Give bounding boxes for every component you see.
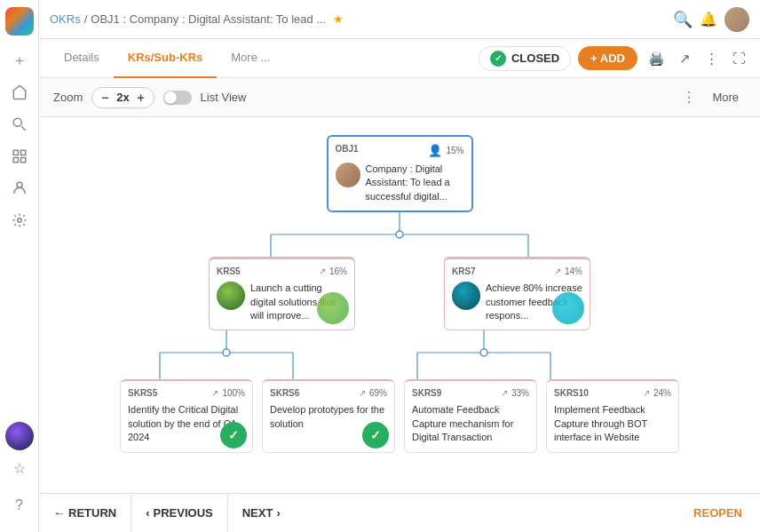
- sidebar-user-avatar[interactable]: [5, 422, 34, 450]
- svg-point-16: [223, 349, 230, 356]
- svg-rect-3: [13, 158, 18, 163]
- card-pct-skrs10: 24%: [653, 388, 671, 398]
- svg-point-0: [13, 118, 21, 126]
- toggle-thumb: [164, 91, 177, 104]
- card-trend-skrs10: ↗: [643, 388, 650, 398]
- card-text-skrs10: Implement Feedback Capture through BOT i…: [554, 404, 647, 442]
- toolbar-more-dots[interactable]: ⋮: [682, 89, 696, 106]
- card-trend-skrs9: ↗: [501, 388, 508, 398]
- tree-level1-row: KRS5 ↗ 16% Launch a cutting digital solu…: [209, 257, 590, 330]
- card-id-krs7: KRS7: [452, 266, 476, 276]
- card-id-obj1: OBJ1: [336, 144, 359, 154]
- search-icon[interactable]: 🔍: [673, 10, 693, 29]
- okr-card-skrs9[interactable]: SKRS9 ↗ 33% Automate Feedback Capture me…: [404, 379, 537, 452]
- connector-svg-2: [133, 330, 666, 379]
- svg-point-5: [17, 182, 22, 187]
- canvas-area[interactable]: OBJ1 👤 15% Company : Digital Assistant: …: [39, 117, 760, 493]
- tab-more[interactable]: More ...: [217, 39, 284, 78]
- card-pct-skrs5: 100%: [222, 388, 245, 398]
- card-trend-skrs5: ↗: [211, 388, 218, 398]
- complete-check-skrs5: ✓: [220, 422, 247, 449]
- card-avatar-krs5: [217, 282, 245, 310]
- sidebar-nav2[interactable]: [5, 110, 34, 139]
- okr-card-skrs6[interactable]: SKRS6 ↗ 69% Develop prototypes for the s…: [262, 379, 395, 452]
- breadcrumb: OKRs / OBJ1 : Company : Digital Assistan…: [50, 12, 344, 26]
- card-meta-skrs9: ↗ 33%: [501, 388, 529, 398]
- card-pct-krs5: 16%: [329, 266, 347, 276]
- card-id-skrs6: SKRS6: [270, 388, 299, 398]
- card-pct-krs7: 14%: [565, 266, 582, 276]
- sidebar-nav5[interactable]: [5, 206, 34, 234]
- card-meta-krs5: ↗ 16%: [319, 266, 347, 276]
- breadcrumb-sep: /: [84, 12, 88, 26]
- okr-card-krs7[interactable]: KRS7 ↗ 14% Achieve 80% increase customer…: [444, 257, 590, 330]
- card-meta-skrs6: ↗ 69%: [359, 388, 387, 398]
- reopen-button[interactable]: REOPEN: [676, 506, 760, 520]
- zoom-control: − 2x +: [91, 87, 154, 108]
- return-label: RETURN: [68, 506, 116, 520]
- share-icon[interactable]: ↗: [676, 47, 694, 70]
- more-button[interactable]: More: [705, 87, 746, 107]
- breadcrumb-root[interactable]: OKRs: [50, 12, 81, 26]
- tree-level2-row: SKRS5 ↗ 100% Identify the Critical Digit…: [120, 379, 679, 452]
- card-trend-skrs6: ↗: [359, 388, 366, 398]
- add-button[interactable]: + ADD: [578, 46, 637, 70]
- tab-actions: ✓ CLOSED + ADD 🖨️ ↗ ⋮ ⛶: [479, 46, 760, 71]
- svg-point-11: [396, 231, 403, 238]
- svg-rect-1: [13, 150, 18, 155]
- breadcrumb-current: OBJ1 : Company : Digital Assistant: To l…: [91, 12, 326, 26]
- okr-tree: OBJ1 👤 15% Company : Digital Assistant: …: [57, 135, 742, 453]
- next-button[interactable]: NEXT ›: [228, 494, 295, 532]
- previous-button[interactable]: ‹ PREVIOUS: [131, 494, 228, 532]
- zoom-in-button[interactable]: +: [137, 91, 144, 105]
- expand-icon[interactable]: ⛶: [729, 47, 749, 69]
- previous-arrow-icon: ‹: [146, 506, 149, 520]
- toolbar: Zoom − 2x + List View ⋮ More: [39, 78, 760, 117]
- card-id-skrs10: SKRS10: [554, 388, 589, 398]
- return-arrow-icon: ←: [53, 506, 65, 520]
- card-text-obj1: Company : Digital Assistant: To lead a s…: [366, 163, 464, 203]
- card-id-skrs9: SKRS9: [412, 388, 441, 398]
- okr-card-skrs5[interactable]: SKRS5 ↗ 100% Identify the Critical Digit…: [120, 379, 253, 452]
- card-person-icon: 👤: [428, 144, 442, 157]
- connector-svg-1: [178, 212, 621, 257]
- sidebar-star[interactable]: ☆: [5, 454, 34, 482]
- previous-label: PREVIOUS: [154, 506, 213, 520]
- app-logo[interactable]: [5, 7, 34, 36]
- return-button[interactable]: ← RETURN: [39, 494, 131, 532]
- card-meta-skrs5: ↗ 100%: [211, 388, 245, 398]
- next-label: NEXT: [242, 506, 273, 520]
- bell-icon[interactable]: 🔔: [700, 11, 717, 28]
- svg-rect-4: [20, 158, 25, 163]
- okr-card-krs5[interactable]: KRS5 ↗ 16% Launch a cutting digital solu…: [209, 257, 355, 330]
- sidebar: ＋ ☆ ?: [0, 0, 39, 532]
- okr-card-obj1[interactable]: OBJ1 👤 15% Company : Digital Assistant: …: [327, 135, 473, 212]
- tabs-bar: Details KRs/Sub-KRs More ... ✓ CLOSED + …: [39, 39, 760, 78]
- sidebar-home[interactable]: ＋: [5, 46, 34, 75]
- sidebar-nav4[interactable]: [5, 174, 34, 202]
- card-avatar-krs7: [452, 282, 480, 310]
- toggle-switch[interactable]: [163, 91, 192, 105]
- card-avatar-obj1: [336, 163, 360, 187]
- sidebar-nav1[interactable]: [5, 78, 34, 107]
- card-pct-skrs9: 33%: [511, 388, 529, 398]
- okr-card-skrs10[interactable]: SKRS10 ↗ 24% Implement Feedback Capture …: [546, 379, 679, 452]
- zoom-out-button[interactable]: −: [101, 91, 108, 105]
- complete-check-skrs6: ✓: [362, 422, 389, 449]
- svg-point-21: [480, 349, 487, 356]
- more-options-icon[interactable]: ⋮: [701, 47, 722, 70]
- sidebar-help[interactable]: ?: [0, 486, 39, 525]
- tab-krs-sub-krs[interactable]: KRs/Sub-KRs: [114, 39, 218, 78]
- user-avatar[interactable]: [724, 7, 749, 32]
- status-closed-badge: ✓ CLOSED: [479, 46, 571, 71]
- print-icon[interactable]: 🖨️: [645, 47, 669, 70]
- card-pct-skrs6: 69%: [369, 388, 387, 398]
- tab-details[interactable]: Details: [50, 39, 114, 78]
- card-trend-krs7: ↗: [554, 266, 561, 276]
- tree-root-row: OBJ1 👤 15% Company : Digital Assistant: …: [327, 135, 473, 212]
- status-label: CLOSED: [511, 52, 559, 65]
- sidebar-nav3[interactable]: [5, 142, 34, 171]
- main-content: OKRs / OBJ1 : Company : Digital Assistan…: [39, 0, 760, 532]
- breadcrumb-star[interactable]: ★: [333, 12, 344, 26]
- bottom-bar: ← RETURN ‹ PREVIOUS NEXT › REOPEN: [39, 493, 760, 532]
